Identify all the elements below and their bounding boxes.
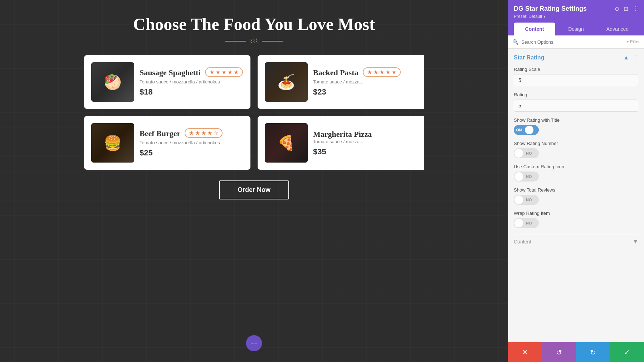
tab-design[interactable]: Design [555, 23, 597, 35]
collapsed-section-title: Content [514, 239, 531, 245]
more-icon[interactable]: ⋮ [633, 5, 638, 12]
food-info-2: Backed Pasta ★ ★ ★ ★ ★ Tomato sauce / mo… [313, 67, 417, 97]
rating-label: Rating [514, 92, 638, 97]
search-icon: 🔍 [512, 39, 518, 45]
section-title: Star Rating [514, 54, 544, 61]
toggle-no-label-3: NO [524, 195, 534, 205]
food-card-2: Backed Pasta ★ ★ ★ ★ ★ Tomato sauce / mo… [258, 55, 424, 109]
star-1-1: ★ [209, 69, 214, 76]
food-info-4: Margherita Pizza Tomato sauce / mozza...… [313, 130, 417, 156]
food-card-4: Margherita Pizza Tomato sauce / mozza...… [258, 116, 424, 170]
wrap-rating-toggle[interactable]: NO [514, 218, 539, 228]
collapse-icon[interactable]: ▲ [623, 54, 629, 61]
panel-title: DG Star Rating Settings [514, 5, 587, 13]
rating-input[interactable] [514, 100, 638, 112]
show-rating-number-toggle[interactable]: NO [514, 148, 539, 158]
star-3-5: ☆ [213, 130, 218, 136]
panel-header-top: DG Star Rating Settings ⊙ ⊞ ⋮ [514, 5, 638, 13]
food-price-2: $23 [313, 87, 417, 97]
tab-advanced[interactable]: Advanced [597, 23, 638, 35]
floating-action-button[interactable]: ··· [246, 335, 262, 351]
food-price-4: $35 [313, 147, 417, 156]
wrap-rating-toggle-row: NO [514, 218, 638, 228]
toggle-knob [525, 126, 533, 134]
food-price-3: $25 [140, 148, 243, 158]
star-badge-1: ★ ★ ★ ★ ★ [205, 67, 243, 77]
panel-preset[interactable]: Preset: Default ▾ [514, 14, 638, 19]
rating-scale-field: Rating Scale [514, 67, 638, 86]
toggle-no-label-2: NO [524, 172, 534, 182]
food-info-1: Sausage Spaghetti ★ ★ ★ ★ ★ Tomato sauce… [140, 67, 243, 97]
main-content-area: Choose The Food You Love Most ⌇⌇⌇ Sausag… [0, 0, 508, 362]
collapsed-content-section[interactable]: Content ▼ [514, 234, 638, 249]
star-1-3: ★ [221, 69, 226, 76]
show-rating-number-toggle-row: NO [514, 148, 638, 158]
show-rating-title-toggle[interactable]: ON [514, 125, 539, 135]
divider-line-right [262, 41, 283, 42]
star-3-4: ★ [207, 130, 212, 136]
panel-header: DG Star Rating Settings ⊙ ⊞ ⋮ Preset: De… [508, 0, 644, 35]
order-button-container: Order Now [219, 180, 289, 199]
show-rating-title-toggle-row: ON [514, 125, 638, 135]
food-price-1: $18 [140, 87, 243, 97]
star-3-2: ★ [195, 130, 200, 136]
food-image-1 [91, 62, 134, 102]
wrap-rating-field: Wrap Rating Item NO [514, 211, 638, 228]
star-3-1: ★ [189, 130, 194, 136]
food-desc-1: Tomato sauce / mozzarella / artichokes [140, 79, 243, 85]
collapsed-chevron-icon: ▼ [633, 238, 638, 245]
show-total-reviews-field: Show Total Reviews NO [514, 187, 638, 205]
toggle-off-knob-2 [514, 172, 523, 181]
section-more-icon[interactable]: ⋮ [632, 54, 638, 62]
save-button[interactable]: ✓ [610, 342, 644, 362]
show-rating-number-field: Show Rating Number NO [514, 141, 638, 158]
panel-tabs: Content Design Advanced [514, 23, 638, 35]
rating-field: Rating [514, 92, 638, 112]
panel-search-bar: 🔍 + Filter [508, 35, 644, 49]
toggle-no-label-1: NO [524, 148, 534, 158]
star-2-2: ★ [373, 69, 378, 76]
rating-scale-input[interactable] [514, 74, 638, 86]
food-card-3: Beef Burger ★ ★ ★ ★ ☆ Tomato sauce / moz… [84, 116, 250, 170]
undo-button[interactable]: ↺ [542, 342, 576, 362]
star-rating-section-header: Star Rating ▲ ⋮ [514, 54, 638, 62]
tab-content[interactable]: Content [514, 23, 555, 35]
food-name-4: Margherita Pizza [313, 130, 372, 139]
toggle-no-label-4: NO [524, 218, 534, 228]
star-2-4: ★ [385, 69, 390, 76]
show-rating-title-label: Show Rating with Title [514, 117, 638, 123]
use-custom-icon-label: Use Custom Rating Icon [514, 164, 638, 169]
food-name-2: Backed Pasta [313, 68, 358, 77]
food-info-3: Beef Burger ★ ★ ★ ★ ☆ Tomato sauce / moz… [140, 128, 243, 158]
use-custom-icon-field: Use Custom Rating Icon NO [514, 164, 638, 182]
food-desc-4: Tomato sauce / mozza... [313, 139, 417, 144]
use-custom-icon-toggle-row: NO [514, 172, 638, 182]
show-total-reviews-toggle-row: NO [514, 195, 638, 205]
food-name-3: Beef Burger [140, 129, 180, 138]
order-now-button[interactable]: Order Now [219, 180, 289, 199]
star-2-1: ★ [367, 69, 372, 76]
food-name-1: Sausage Spaghetti [140, 68, 201, 77]
panel-header-icons: ⊙ ⊞ ⋮ [615, 5, 638, 12]
section-controls: ▲ ⋮ [623, 54, 638, 62]
food-desc-3: Tomato sauce / mozzarella / artichokes [140, 140, 243, 145]
target-icon[interactable]: ⊙ [615, 5, 619, 12]
title-divider: ⌇⌇⌇ [225, 38, 283, 44]
page-title: Choose The Food You Love Most [133, 14, 375, 34]
food-grid: Sausage Spaghetti ★ ★ ★ ★ ★ Tomato sauce… [84, 55, 424, 170]
star-2-3: ★ [379, 69, 384, 76]
star-2-5: ★ [391, 69, 396, 76]
redo-button[interactable]: ↻ [576, 342, 610, 362]
food-desc-2: Tomato sauce / mozza... [313, 79, 417, 85]
search-input[interactable] [521, 39, 624, 45]
layout-icon[interactable]: ⊞ [624, 5, 628, 12]
food-image-3 [91, 123, 134, 163]
use-custom-icon-toggle[interactable]: NO [514, 172, 539, 182]
star-1-2: ★ [215, 69, 220, 76]
show-total-reviews-toggle[interactable]: NO [514, 195, 539, 205]
settings-panel: DG Star Rating Settings ⊙ ⊞ ⋮ Preset: De… [508, 0, 644, 362]
toggle-off-knob-4 [514, 219, 523, 227]
cancel-button[interactable]: ✕ [508, 342, 542, 362]
star-3-3: ★ [201, 130, 206, 136]
filter-button[interactable]: + Filter [626, 39, 640, 44]
